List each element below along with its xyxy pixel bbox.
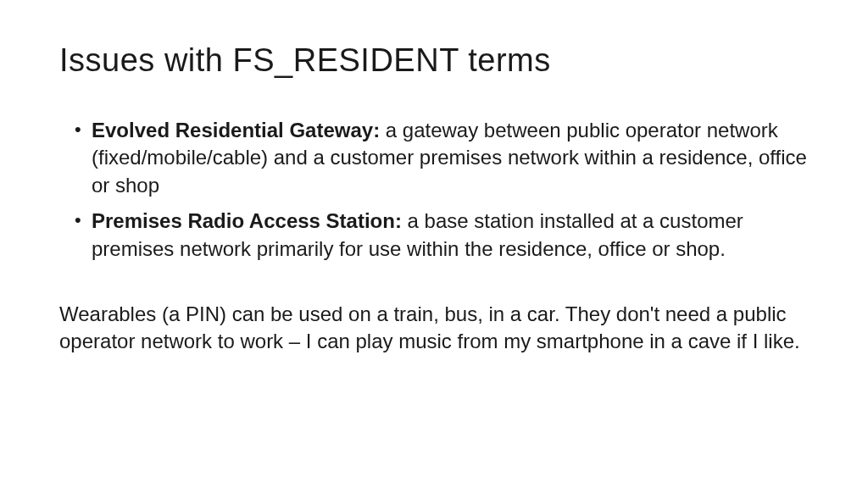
term-label: Evolved Residential Gateway: xyxy=(92,119,380,141)
list-item: Evolved Residential Gateway: a gateway b… xyxy=(75,117,809,199)
bullet-list: Evolved Residential Gateway: a gateway b… xyxy=(75,117,809,263)
body-paragraph: Wearables (a PIN) can be used on a train… xyxy=(59,301,809,356)
slide-title: Issues with FS_RESIDENT terms xyxy=(59,42,809,79)
list-item: Premises Radio Access Station: a base st… xyxy=(75,208,809,263)
term-label: Premises Radio Access Station: xyxy=(92,209,402,232)
